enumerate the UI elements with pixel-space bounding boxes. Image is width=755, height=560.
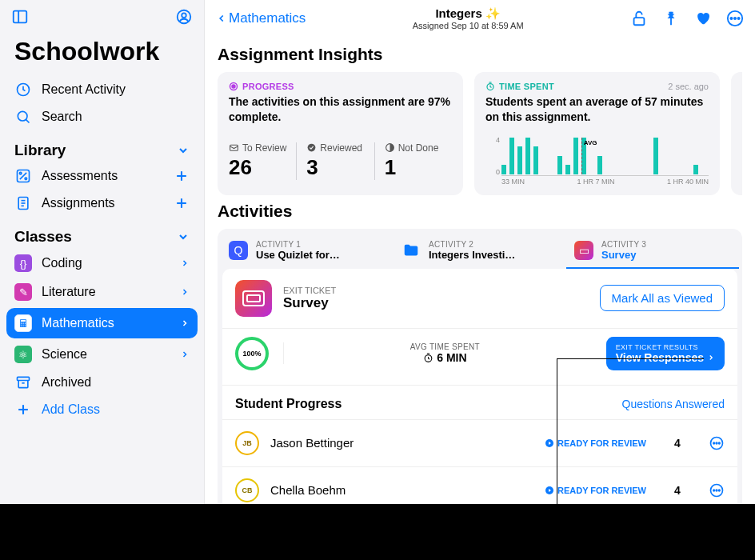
chevron-right-icon: [180, 287, 190, 297]
chevron-right-icon: [180, 258, 190, 268]
avatar: CB: [235, 478, 259, 502]
student-name: Chella Boehm: [270, 483, 346, 497]
class-icon: {}: [14, 254, 32, 272]
time-spent-card[interactable]: 2 sec. ago TIME SPENT Students spent an …: [474, 72, 720, 195]
tab-activity-2[interactable]: ACTIVITY 2Integers Investi…: [393, 234, 566, 269]
svg-point-41: [716, 442, 717, 444]
sidebar-item-recent[interactable]: Recent Activity: [0, 76, 204, 103]
sidebar-item-assignments[interactable]: Assignments: [0, 190, 204, 217]
row-more-icon[interactable]: [709, 482, 725, 498]
svg-point-30: [232, 85, 235, 88]
sidebar-item-label: Mathematics: [42, 316, 114, 330]
sidebar-header-library[interactable]: Library: [0, 130, 204, 162]
row-more-icon[interactable]: [709, 435, 725, 451]
sidebar-item-label: Archived: [42, 375, 91, 390]
status-badge: READY FOR REVIEW: [545, 486, 646, 495]
pin-icon[interactable]: [662, 10, 680, 27]
app-title: Schoolwork: [0, 29, 204, 76]
svg-point-32: [308, 144, 316, 152]
folder-icon: [401, 241, 421, 260]
time-text: Students spent an average of 57 minutes …: [485, 94, 709, 125]
plus-icon[interactable]: [174, 168, 190, 184]
svg-point-27: [734, 18, 736, 19]
svg-point-46: [716, 490, 717, 491]
quizlet-icon: Q: [229, 241, 248, 260]
tab-activity-3[interactable]: ▭ ACTIVITY 3Survey: [566, 234, 739, 269]
more-icon[interactable]: [726, 10, 744, 27]
questions-answered-column[interactable]: Questions Answered: [622, 398, 725, 410]
exit-ticket-icon: [235, 280, 272, 317]
sidebar-item-coding[interactable]: {} Coding: [0, 249, 204, 278]
class-icon: ⚛: [14, 346, 32, 363]
percent-icon: [14, 168, 32, 184]
sidebar-item-label: Literature: [42, 285, 96, 299]
plus-icon: [14, 402, 32, 418]
sidebar-header-classes[interactable]: Classes: [0, 217, 204, 249]
heart-icon[interactable]: [694, 10, 712, 27]
next-card-sliver[interactable]: [731, 72, 742, 195]
avatar: JB: [235, 431, 259, 455]
add-class-button[interactable]: Add Class: [0, 396, 204, 423]
svg-point-47: [719, 490, 721, 491]
class-icon: 🖩: [14, 314, 32, 332]
mark-all-viewed-button[interactable]: Mark All as Viewed: [600, 285, 725, 311]
svg-point-10: [25, 178, 27, 180]
svg-rect-31: [230, 146, 238, 151]
ticket-icon: ▭: [574, 241, 593, 260]
chevron-down-icon: [177, 144, 190, 157]
sidebar-item-science[interactable]: ⚛ Science: [0, 340, 204, 369]
stat-to-review: To Review 26: [229, 142, 296, 180]
insights-heading: Assignment Insights: [218, 45, 742, 64]
activities-heading: Activities: [218, 202, 742, 221]
progress-text: The activities on this assignment are 97…: [229, 94, 452, 125]
activities-panel: Q ACTIVITY 1Use Quizlet for… ACTIVITY 2I…: [218, 229, 742, 514]
sidebar-item-label: Coding: [42, 256, 82, 270]
sidebar-item-search[interactable]: Search: [0, 103, 204, 130]
stat-reviewed: Reviewed 3: [296, 142, 374, 180]
stat-not-done: Not Done 1: [374, 142, 452, 180]
svg-point-26: [730, 18, 732, 19]
view-responses-button[interactable]: EXIT TICKET RESULTS View Responses: [606, 337, 725, 370]
svg-point-5: [18, 111, 27, 121]
progress-label: PROGRESS: [229, 82, 452, 91]
student-row[interactable]: JB Jason Bettinger READY FOR REVIEW 4: [222, 419, 737, 466]
class-icon: ✎: [14, 283, 32, 301]
clock-icon: [14, 82, 32, 98]
topbar: Mathematics Integers ✨ Assigned Sep 10 a…: [205, 0, 755, 35]
sidebar-item-label: Search: [42, 110, 82, 124]
sidebar-item-label: Assessments: [42, 169, 118, 183]
lock-open-icon[interactable]: [630, 10, 648, 27]
account-icon[interactable]: [175, 8, 193, 26]
bottom-mask: [0, 504, 755, 560]
document-icon: [14, 195, 32, 211]
tab-activity-1[interactable]: Q ACTIVITY 1Use Quizlet for…: [221, 234, 393, 269]
archive-icon: [14, 374, 32, 390]
page-title: Integers ✨ Assigned Sep 10 at 8:59 AM: [306, 6, 630, 30]
search-icon: [14, 109, 32, 125]
svg-point-40: [713, 442, 715, 444]
status-badge: READY FOR REVIEW: [545, 438, 646, 448]
student-name: Jason Bettinger: [270, 436, 354, 450]
avg-time-metric: AVG TIME SPENT 6 MIN: [283, 342, 592, 364]
sidebar-item-literature[interactable]: ✎ Literature: [0, 278, 204, 306]
annotation-line: [557, 358, 704, 359]
back-button[interactable]: Mathematics: [216, 10, 306, 26]
sidebar: Schoolwork Recent Activity Search Librar…: [0, 0, 205, 560]
answer-count: 4: [665, 437, 689, 450]
progress-card[interactable]: PROGRESS The activities on this assignme…: [218, 72, 463, 195]
svg-point-28: [737, 18, 739, 19]
svg-point-42: [719, 442, 721, 444]
chevron-right-icon: [180, 350, 190, 359]
student-progress-heading: Student Progress: [235, 397, 342, 411]
sidebar-item-assessments[interactable]: Assessments: [0, 162, 204, 190]
sidebar-toggle-icon[interactable]: [11, 8, 29, 26]
sidebar-item-mathematics[interactable]: 🖩 Mathematics: [6, 308, 198, 338]
svg-rect-19: [18, 377, 30, 380]
sidebar-item-label: Recent Activity: [42, 82, 126, 97]
sidebar-item-label: Science: [42, 347, 87, 362]
plus-icon[interactable]: [174, 195, 190, 211]
time-chart: 40 AVG 33 MIN 1 HR 7 MIN 1 HR 40 MIN: [485, 138, 709, 186]
chevron-right-icon: [180, 318, 190, 328]
sidebar-item-archived[interactable]: Archived: [0, 369, 204, 396]
svg-line-6: [26, 119, 29, 122]
